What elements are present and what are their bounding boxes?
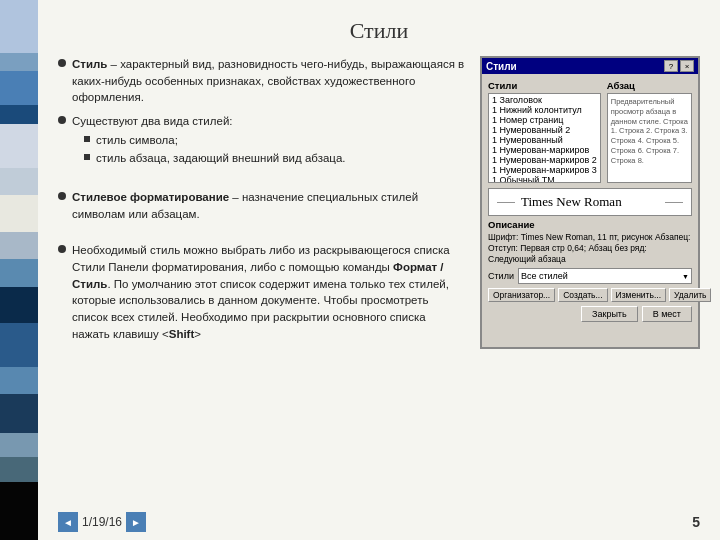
strip-block-10 [0, 287, 38, 324]
strip-block-7 [0, 195, 38, 232]
description-text: Шрифт: Times New Roman, 11 пт, рисунок А… [488, 232, 692, 265]
strip-block-15 [0, 457, 38, 481]
bullet-sq-icon [84, 154, 90, 160]
list-item: Необходимый стиль можно выбрать либо из … [58, 242, 466, 342]
strip-block-8 [0, 232, 38, 259]
font-line-right: —— [665, 197, 683, 207]
list-item: Стилевое форматирование – назначение спе… [58, 189, 466, 222]
close-button[interactable]: × [680, 60, 694, 72]
strip-block-3 [0, 71, 38, 105]
main-content-area: Стили Стиль – характерный вид, разновидн… [38, 0, 720, 540]
font-name-label: Times New Roman [521, 194, 659, 210]
bullet-text-4: Необходимый стиль можно выбрать либо из … [72, 242, 466, 342]
style-type-row: Стили Все стилей ▼ [488, 268, 692, 284]
left-text-content: Стиль – характерный вид, разновидность ч… [58, 56, 466, 349]
spacer [58, 176, 466, 182]
preview-column: Абзац Предварительный просмотр абзаца в … [607, 80, 692, 183]
strip-block-4 [0, 105, 38, 124]
bullet-dot-icon [58, 59, 66, 67]
strip-block-5 [0, 124, 38, 168]
list-item: Стиль – характерный вид, разновидность ч… [58, 56, 466, 106]
apply-button[interactable]: В мест [642, 306, 692, 322]
strip-block-6 [0, 168, 38, 195]
change-button[interactable]: Изменить... [611, 288, 666, 302]
style-list-item[interactable]: 1 Нумерован-маркиров 2 [490, 155, 599, 165]
style-type-dropdown[interactable]: Все стилей ▼ [518, 268, 692, 284]
list-item: Существуют два вида стилей: стиль символ… [58, 113, 466, 169]
page-title: Стили [58, 18, 700, 44]
strip-block-12 [0, 367, 38, 394]
help-button[interactable]: ? [664, 60, 678, 72]
styles-column: Стили 1 Заголовок 1 Нижний колонтитул 1 … [488, 80, 601, 183]
spacer [58, 229, 466, 235]
close-dialog-button[interactable]: Закрыть [581, 306, 638, 322]
strip-block-9 [0, 259, 38, 286]
preview-text: Предварительный просмотр абзаца в данном… [611, 97, 688, 165]
list-item: стиль символа; [84, 132, 346, 149]
styles-listbox[interactable]: 1 Заголовок 1 Нижний колонтитул 1 Номер … [488, 93, 601, 183]
dialog-body: Стили 1 Заголовок 1 Нижний колонтитул 1 … [482, 74, 698, 328]
style-list-item[interactable]: 1 Нумерован-маркиров [490, 145, 599, 155]
style-list-item[interactable]: 1 Нижний колонтитул [490, 105, 599, 115]
content-layout: Стиль – характерный вид, разновидность ч… [58, 56, 700, 349]
preview-box: Предварительный просмотр абзаца в данном… [607, 93, 692, 183]
left-decorative-strip [0, 0, 38, 540]
footer-nav: ◄ 1/19/16 ► [58, 512, 146, 532]
style-list-item[interactable]: 1 Номер страниц [490, 115, 599, 125]
delete-button[interactable]: Удалить [669, 288, 711, 302]
description-label: Описание [488, 219, 692, 230]
list-item: стиль абзаца, задающий внешний вид абзац… [84, 150, 346, 167]
sub-item-2: стиль абзаца, задающий внешний вид абзац… [96, 150, 346, 167]
preview-label: Абзац [607, 80, 692, 91]
titlebar-buttons: ? × [664, 60, 694, 72]
style-type-label: Стили [488, 271, 514, 281]
dialog-title-text: Стили [486, 61, 517, 72]
slide-number: 5 [692, 514, 700, 530]
action-buttons-row: Организатор... Создать... Изменить... Уд… [488, 288, 692, 302]
dropdown-arrow-icon: ▼ [682, 273, 689, 280]
sub-item-1: стиль символа; [96, 132, 178, 149]
dialog-top-row: Стили 1 Заголовок 1 Нижний колонтитул 1 … [488, 80, 692, 183]
style-list-item[interactable]: 1 Нумерованный [490, 135, 599, 145]
bullet-dot-icon [58, 116, 66, 124]
prev-button[interactable]: ◄ [58, 512, 78, 532]
style-list-item[interactable]: 1 Нумерованный 2 [490, 125, 599, 135]
footer: ◄ 1/19/16 ► 5 [38, 512, 720, 532]
strip-block-11 [0, 323, 38, 367]
dialog-titlebar: Стили ? × [482, 58, 698, 74]
slide-info: 1/19/16 [82, 515, 122, 529]
style-list-item[interactable]: 1 Нумерован-маркиров 3 [490, 165, 599, 175]
style-list-item[interactable]: 1 Обычный ТМ [490, 175, 599, 183]
bullet-text-3: Стилевое форматирование – назначение спе… [72, 189, 466, 222]
strip-block-1 [0, 0, 38, 53]
strip-block-14 [0, 433, 38, 457]
bullet-text-1: Стиль – характерный вид, разновидность ч… [72, 56, 466, 106]
style-type-value: Все стилей [521, 271, 568, 281]
organizer-button[interactable]: Организатор... [488, 288, 555, 302]
bullet-dot-icon [58, 192, 66, 200]
main-bullet-list: Стиль – характерный вид, разновидность ч… [58, 56, 466, 342]
bullet-sq-icon [84, 136, 90, 142]
styles-label: Стили [488, 80, 601, 91]
font-preview-area: —— Times New Roman —— [488, 188, 692, 216]
strip-block-2 [0, 53, 38, 70]
styles-dialog: Стили ? × Стили 1 Заголовок 1 Нижний кол… [480, 56, 700, 349]
sub-list: стиль символа; стиль абзаца, задающий вн… [72, 132, 346, 167]
font-line-left: —— [497, 197, 515, 207]
bullet-text-2: Существуют два вида стилей: стиль символ… [72, 113, 346, 169]
style-list-item[interactable]: 1 Заголовок [490, 95, 599, 105]
next-button[interactable]: ► [126, 512, 146, 532]
strip-block-13 [0, 394, 38, 433]
bullet-dot-icon [58, 245, 66, 253]
create-button[interactable]: Создать... [558, 288, 607, 302]
strip-block-16 [0, 482, 38, 540]
bottom-buttons-row: Закрыть В мест [488, 306, 692, 322]
